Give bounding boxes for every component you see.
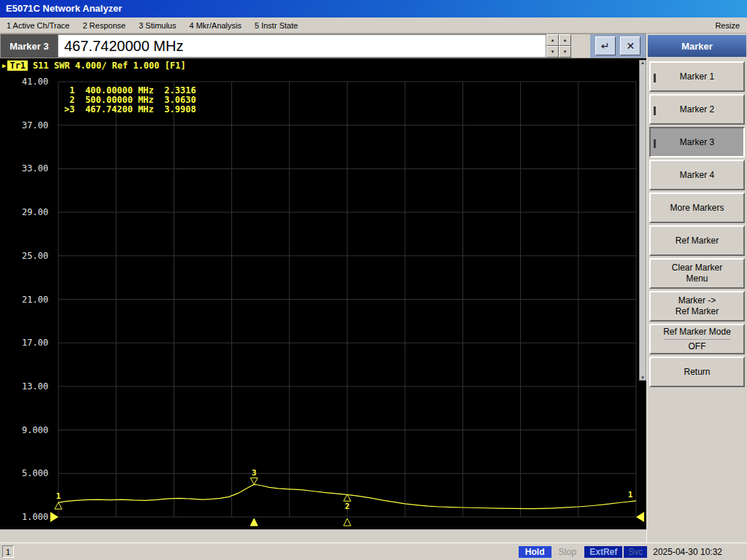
trace-end-number: 1 [628,490,633,499]
entry-close-button[interactable]: ✕ [620,36,640,55]
spin-down-icon[interactable]: ▼ [546,46,559,58]
spin-up-icon[interactable]: ▲ [546,34,559,46]
softkey-clear-marker-menu[interactable]: Clear MarkerMenu [649,258,745,289]
graph-svg: 1231 [0,58,646,529]
y-tick-label: 17.00 [22,338,48,348]
menu-bar-items: 1 Active Ch/Trace2 Response3 Stimulus4 M… [0,21,304,30]
softkey-list: Marker 1Marker 2Marker 3Marker 4More Mar… [647,61,747,387]
marker-label-2: 2 [345,502,350,511]
graph-scrollbar[interactable]: ▲ ▼ [639,60,646,381]
softkey-more-markers[interactable]: More Markers [649,192,745,223]
ref-level-arrow-right [636,512,644,522]
marker-on-tick [654,139,656,148]
spin-up-icon[interactable]: ▲ [559,34,571,46]
softkey-label: OFF [689,341,706,352]
spin-down-icon[interactable]: ▼ [559,46,571,58]
marker-axis-indicator-3 [250,518,258,526]
softkey-label: Return [684,367,710,378]
y-tick-label: 13.00 [22,381,48,392]
marker-label-1: 1 [56,491,61,501]
status-stop-label: Stop [554,547,582,557]
y-tick-label: 37.00 [22,120,48,131]
entry-value-input[interactable]: 467.7420000 MHz [58,34,546,58]
entry-spinner-fine: ▲ ▼ [559,34,571,58]
softkey-divider [664,339,730,340]
softkey-label: Marker 1 [680,71,714,82]
softkey-label: Marker 3 [680,137,714,148]
scroll-up-icon[interactable]: ▲ [640,61,645,65]
softkey-label: Menu [686,273,708,284]
softkey-menu-title: Marker [648,35,746,57]
instrument-status-bar: 1 Hold Stop ExtRef Svc 2025-04-30 10:32 [0,542,747,560]
y-tick-label: 21.00 [22,295,48,305]
entry-bar-gap [571,34,590,58]
window-title: E5071C Network Analyzer [6,3,122,14]
menu-item-4[interactable]: 4 Mkr/Analysis [182,21,248,30]
softkey-label: Marker -> [678,295,716,306]
marker-readout-row: >3 467.74200 MHz 3.9908 [64,105,196,114]
menu-item-1[interactable]: 1 Active Ch/Trace [0,21,76,30]
menu-item-resize[interactable]: Resize [708,21,747,30]
trace-header: ▶ Tr1 S11 SWR 4.000/ Ref 1.000 [F1] [2,61,186,71]
marker-on-tick [654,106,656,115]
marker-axis-indicator-2 [344,518,351,526]
softkey-panel: Marker Marker 1Marker 2Marker 3Marker 4M… [646,34,747,542]
softkey-marker-4[interactable]: Marker 4 [649,160,745,190]
softkey-marker-1[interactable]: Marker 1 [649,61,745,92]
entry-spinner-coarse: ▲ ▼ [546,34,559,58]
y-tick-label: 41.00 [22,77,48,87]
menu-item-5[interactable]: 5 Instr State [248,21,304,30]
softkey-label: Clear Marker [672,262,722,273]
softkey-label: Marker 4 [680,170,714,181]
softkey-label: Ref Marker [676,306,719,317]
softkey-marker-2[interactable]: Marker 2 [649,94,745,125]
marker-symbol-3[interactable] [250,478,258,484]
marker-label-3: 3 [252,468,257,478]
trace-label[interactable]: Tr1 [7,61,28,71]
graph-area: 1231 ▶ Tr1 S11 SWR 4.000/ Ref 1.000 [F1]… [0,58,646,529]
entry-enter-button[interactable]: ↵ [595,36,616,55]
active-channel-indicator: 1 [2,545,14,558]
softkey-ref-marker-mode[interactable]: Ref Marker ModeOFF [649,324,745,354]
menu-item-2[interactable]: 2 Response [76,21,132,30]
softkey-marker-to-ref-marker[interactable]: Marker ->Ref Marker [649,291,745,322]
y-tick-label: 5.000 [22,468,48,478]
softkey-marker-3[interactable]: Marker 3 [649,127,745,158]
y-tick-label: 25.00 [22,251,48,261]
datetime-display: 2025-04-30 10:32 [653,547,722,557]
y-tick-label: 29.00 [22,207,48,217]
trace-format-info: S11 SWR 4.000/ Ref 1.000 [F1] [33,61,186,71]
sweep-status-hold: Hold [519,546,551,558]
menu-bar: 1 Active Ch/Trace2 Response3 Stimulus4 M… [0,18,747,34]
marker-symbol-1[interactable] [55,502,62,509]
softkey-label: More Markers [670,203,724,214]
y-tick-label: 33.00 [22,163,48,174]
active-trace-arrow-icon: ▶ [2,62,6,69]
entry-bar: Marker 3 467.7420000 MHz ▲ ▼ ▲ ▼ ↵ ✕ [0,34,646,58]
softkey-label: Ref Marker Mode [663,327,731,338]
softkey-label: Ref Marker [676,236,719,246]
y-tick-label: 1.000 [22,512,48,522]
ref-level-arrow-left [50,512,58,522]
y-tick-label: 9.000 [22,425,48,435]
entry-action-zone: ↵ ✕ [590,34,646,58]
softkey-label: Marker 2 [680,104,714,115]
marker-readout-table: 1 400.00000 MHz 2.3316 2 500.00000 MHz 3… [64,86,196,114]
marker-on-tick [654,74,656,82]
external-reference-indicator: ExtRef [584,546,622,558]
marker-symbol-2[interactable] [344,494,351,501]
softkey-ref-marker[interactable]: Ref Marker [649,225,745,256]
menu-item-3[interactable]: 3 Stimulus [132,21,182,30]
entry-field-label: Marker 3 [1,34,58,58]
scroll-down-icon[interactable]: ▼ [640,376,645,380]
service-indicator: Svc [624,546,647,558]
softkey-return[interactable]: Return [649,357,745,387]
window-title-bar[interactable]: E5071C Network Analyzer [0,0,747,18]
